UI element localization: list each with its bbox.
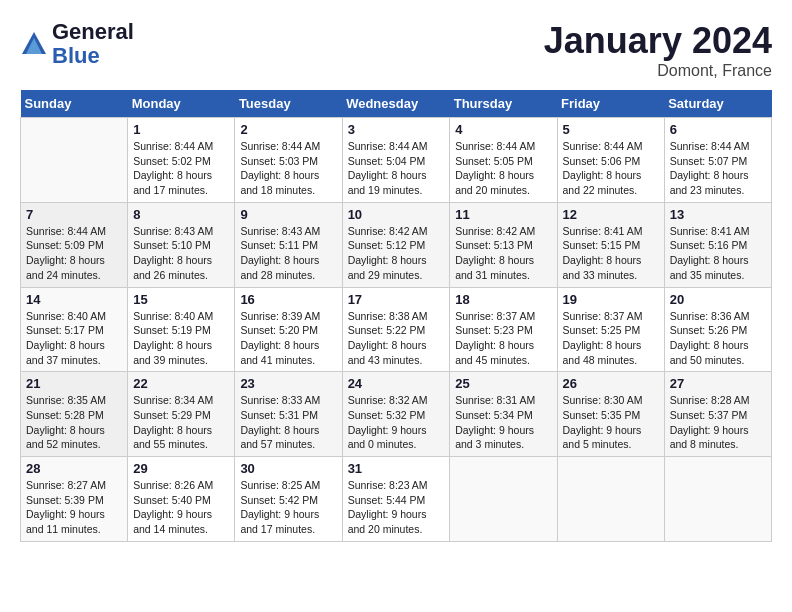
calendar-cell: 26Sunrise: 8:30 AMSunset: 5:35 PMDayligh… — [557, 372, 664, 457]
col-friday: Friday — [557, 90, 664, 118]
day-info: Sunrise: 8:35 AMSunset: 5:28 PMDaylight:… — [26, 393, 122, 452]
col-monday: Monday — [128, 90, 235, 118]
day-info: Sunrise: 8:32 AMSunset: 5:32 PMDaylight:… — [348, 393, 445, 452]
calendar-cell: 12Sunrise: 8:41 AMSunset: 5:15 PMDayligh… — [557, 202, 664, 287]
calendar-cell: 20Sunrise: 8:36 AMSunset: 5:26 PMDayligh… — [664, 287, 771, 372]
day-number: 1 — [133, 122, 229, 137]
calendar-cell: 30Sunrise: 8:25 AMSunset: 5:42 PMDayligh… — [235, 457, 342, 542]
calendar-cell: 4Sunrise: 8:44 AMSunset: 5:05 PMDaylight… — [450, 118, 557, 203]
day-number: 22 — [133, 376, 229, 391]
day-number: 7 — [26, 207, 122, 222]
calendar-cell: 5Sunrise: 8:44 AMSunset: 5:06 PMDaylight… — [557, 118, 664, 203]
day-info: Sunrise: 8:27 AMSunset: 5:39 PMDaylight:… — [26, 478, 122, 537]
day-info: Sunrise: 8:34 AMSunset: 5:29 PMDaylight:… — [133, 393, 229, 452]
calendar-cell: 19Sunrise: 8:37 AMSunset: 5:25 PMDayligh… — [557, 287, 664, 372]
calendar-cell: 15Sunrise: 8:40 AMSunset: 5:19 PMDayligh… — [128, 287, 235, 372]
calendar-cell: 25Sunrise: 8:31 AMSunset: 5:34 PMDayligh… — [450, 372, 557, 457]
day-number: 13 — [670, 207, 766, 222]
col-thursday: Thursday — [450, 90, 557, 118]
day-number: 2 — [240, 122, 336, 137]
calendar-cell: 7Sunrise: 8:44 AMSunset: 5:09 PMDaylight… — [21, 202, 128, 287]
col-wednesday: Wednesday — [342, 90, 450, 118]
calendar-row: 28Sunrise: 8:27 AMSunset: 5:39 PMDayligh… — [21, 457, 772, 542]
day-number: 29 — [133, 461, 229, 476]
calendar-cell: 24Sunrise: 8:32 AMSunset: 5:32 PMDayligh… — [342, 372, 450, 457]
day-number: 23 — [240, 376, 336, 391]
calendar-cell: 31Sunrise: 8:23 AMSunset: 5:44 PMDayligh… — [342, 457, 450, 542]
calendar-cell: 14Sunrise: 8:40 AMSunset: 5:17 PMDayligh… — [21, 287, 128, 372]
day-number: 4 — [455, 122, 551, 137]
day-info: Sunrise: 8:28 AMSunset: 5:37 PMDaylight:… — [670, 393, 766, 452]
day-info: Sunrise: 8:44 AMSunset: 5:05 PMDaylight:… — [455, 139, 551, 198]
day-info: Sunrise: 8:39 AMSunset: 5:20 PMDaylight:… — [240, 309, 336, 368]
day-info: Sunrise: 8:43 AMSunset: 5:11 PMDaylight:… — [240, 224, 336, 283]
calendar-cell: 27Sunrise: 8:28 AMSunset: 5:37 PMDayligh… — [664, 372, 771, 457]
day-info: Sunrise: 8:40 AMSunset: 5:17 PMDaylight:… — [26, 309, 122, 368]
day-number: 31 — [348, 461, 445, 476]
day-info: Sunrise: 8:26 AMSunset: 5:40 PMDaylight:… — [133, 478, 229, 537]
day-number: 26 — [563, 376, 659, 391]
header-row: Sunday Monday Tuesday Wednesday Thursday… — [21, 90, 772, 118]
calendar-cell: 6Sunrise: 8:44 AMSunset: 5:07 PMDaylight… — [664, 118, 771, 203]
day-info: Sunrise: 8:44 AMSunset: 5:04 PMDaylight:… — [348, 139, 445, 198]
calendar-cell — [557, 457, 664, 542]
calendar-cell — [664, 457, 771, 542]
calendar-cell: 28Sunrise: 8:27 AMSunset: 5:39 PMDayligh… — [21, 457, 128, 542]
day-info: Sunrise: 8:23 AMSunset: 5:44 PMDaylight:… — [348, 478, 445, 537]
calendar-cell: 13Sunrise: 8:41 AMSunset: 5:16 PMDayligh… — [664, 202, 771, 287]
day-info: Sunrise: 8:33 AMSunset: 5:31 PMDaylight:… — [240, 393, 336, 452]
day-number: 17 — [348, 292, 445, 307]
day-info: Sunrise: 8:42 AMSunset: 5:12 PMDaylight:… — [348, 224, 445, 283]
page-header: General Blue January 2024 Domont, France — [20, 20, 772, 80]
calendar-table: Sunday Monday Tuesday Wednesday Thursday… — [20, 90, 772, 542]
day-number: 25 — [455, 376, 551, 391]
calendar-row: 21Sunrise: 8:35 AMSunset: 5:28 PMDayligh… — [21, 372, 772, 457]
col-sunday: Sunday — [21, 90, 128, 118]
calendar-body: 1Sunrise: 8:44 AMSunset: 5:02 PMDaylight… — [21, 118, 772, 542]
day-info: Sunrise: 8:37 AMSunset: 5:25 PMDaylight:… — [563, 309, 659, 368]
day-info: Sunrise: 8:41 AMSunset: 5:16 PMDaylight:… — [670, 224, 766, 283]
calendar-row: 1Sunrise: 8:44 AMSunset: 5:02 PMDaylight… — [21, 118, 772, 203]
day-number: 30 — [240, 461, 336, 476]
calendar-cell: 17Sunrise: 8:38 AMSunset: 5:22 PMDayligh… — [342, 287, 450, 372]
day-number: 19 — [563, 292, 659, 307]
day-info: Sunrise: 8:44 AMSunset: 5:07 PMDaylight:… — [670, 139, 766, 198]
day-info: Sunrise: 8:25 AMSunset: 5:42 PMDaylight:… — [240, 478, 336, 537]
location: Domont, France — [544, 62, 772, 80]
calendar-cell: 2Sunrise: 8:44 AMSunset: 5:03 PMDaylight… — [235, 118, 342, 203]
day-info: Sunrise: 8:44 AMSunset: 5:03 PMDaylight:… — [240, 139, 336, 198]
day-number: 12 — [563, 207, 659, 222]
calendar-cell — [450, 457, 557, 542]
calendar-row: 7Sunrise: 8:44 AMSunset: 5:09 PMDaylight… — [21, 202, 772, 287]
day-number: 9 — [240, 207, 336, 222]
calendar-cell — [21, 118, 128, 203]
day-info: Sunrise: 8:30 AMSunset: 5:35 PMDaylight:… — [563, 393, 659, 452]
day-number: 8 — [133, 207, 229, 222]
day-info: Sunrise: 8:37 AMSunset: 5:23 PMDaylight:… — [455, 309, 551, 368]
calendar-cell: 9Sunrise: 8:43 AMSunset: 5:11 PMDaylight… — [235, 202, 342, 287]
logo-icon — [20, 30, 48, 58]
day-info: Sunrise: 8:44 AMSunset: 5:09 PMDaylight:… — [26, 224, 122, 283]
day-info: Sunrise: 8:43 AMSunset: 5:10 PMDaylight:… — [133, 224, 229, 283]
day-number: 5 — [563, 122, 659, 137]
day-info: Sunrise: 8:44 AMSunset: 5:06 PMDaylight:… — [563, 139, 659, 198]
calendar-cell: 18Sunrise: 8:37 AMSunset: 5:23 PMDayligh… — [450, 287, 557, 372]
logo: General Blue — [20, 20, 134, 68]
calendar-cell: 16Sunrise: 8:39 AMSunset: 5:20 PMDayligh… — [235, 287, 342, 372]
day-info: Sunrise: 8:36 AMSunset: 5:26 PMDaylight:… — [670, 309, 766, 368]
calendar-cell: 8Sunrise: 8:43 AMSunset: 5:10 PMDaylight… — [128, 202, 235, 287]
day-info: Sunrise: 8:31 AMSunset: 5:34 PMDaylight:… — [455, 393, 551, 452]
day-info: Sunrise: 8:40 AMSunset: 5:19 PMDaylight:… — [133, 309, 229, 368]
calendar-row: 14Sunrise: 8:40 AMSunset: 5:17 PMDayligh… — [21, 287, 772, 372]
day-info: Sunrise: 8:41 AMSunset: 5:15 PMDaylight:… — [563, 224, 659, 283]
month-title: January 2024 — [544, 20, 772, 62]
calendar-cell: 10Sunrise: 8:42 AMSunset: 5:12 PMDayligh… — [342, 202, 450, 287]
calendar-cell: 3Sunrise: 8:44 AMSunset: 5:04 PMDaylight… — [342, 118, 450, 203]
day-number: 24 — [348, 376, 445, 391]
col-tuesday: Tuesday — [235, 90, 342, 118]
col-saturday: Saturday — [664, 90, 771, 118]
day-number: 18 — [455, 292, 551, 307]
day-number: 20 — [670, 292, 766, 307]
calendar-cell: 22Sunrise: 8:34 AMSunset: 5:29 PMDayligh… — [128, 372, 235, 457]
day-number: 21 — [26, 376, 122, 391]
